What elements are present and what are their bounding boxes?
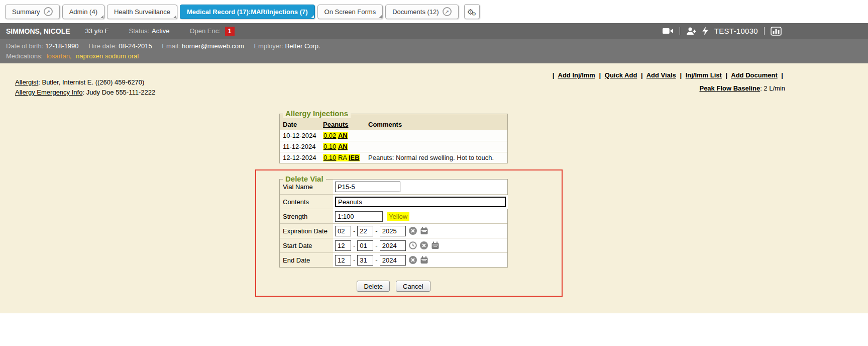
medications-row: Medications: losartan, naproxen sodium o… xyxy=(6,51,862,61)
video-camera-icon[interactable] xyxy=(663,27,674,35)
reaction-code-link[interactable]: AN xyxy=(338,143,348,150)
patient-bar-toolbar: TEST-10030 xyxy=(663,27,862,36)
start-month-input[interactable] xyxy=(335,240,351,251)
clear-date-icon[interactable] xyxy=(409,256,417,264)
patient-info-bar: Date of birth: 12-18-1990 Hire date: 08-… xyxy=(0,39,868,63)
dose-highlight: 0.10 AN xyxy=(323,143,348,150)
allergy-emergency-value: : Judy Doe 555-111-2222 xyxy=(82,89,155,96)
add-person-icon[interactable] xyxy=(686,27,696,36)
tab-menu-fold-icon xyxy=(100,15,103,18)
tab-summary[interactable]: Summary ↗ xyxy=(5,5,60,19)
quick-add-link[interactable]: Quick Add xyxy=(605,71,637,79)
expiration-month-input[interactable] xyxy=(335,226,351,236)
chart-body: Allergist: Butler, Internist E. ((260) 4… xyxy=(0,63,868,313)
delete-vial-panel: Delete Vial Vial Name Contents Strength … xyxy=(279,179,508,268)
open-enc-label: Open Enc: xyxy=(189,27,220,35)
medications-label: Medications: xyxy=(6,52,43,60)
peanuts-column-link[interactable]: Peanuts xyxy=(320,119,365,130)
date-separator: - xyxy=(353,256,355,264)
contents-input[interactable] xyxy=(335,197,506,207)
date-column-header: Date xyxy=(280,119,320,130)
vial-name-input[interactable] xyxy=(335,182,400,192)
status-value: Active xyxy=(152,27,169,35)
date-separator: - xyxy=(375,256,377,264)
injection-row: 10-12-2024 0.02 AN xyxy=(280,130,507,141)
reaction-code-link[interactable]: IEB xyxy=(349,154,360,161)
allergy-emergency-link[interactable]: Allergy Emergency Info xyxy=(15,89,82,96)
peak-flow-value: : 2 L/min xyxy=(760,84,785,92)
injection-date: 12-12-2024 xyxy=(280,152,320,163)
add-document-link[interactable]: Add Document xyxy=(731,71,777,79)
tab-menu-fold-icon xyxy=(311,15,314,18)
tab-menu-fold-icon xyxy=(173,15,176,18)
allergy-injections-panel: Allergy Injections Date Peanuts Comments… xyxy=(279,114,508,163)
add-inj-imm-link[interactable]: Add Inj/Imm xyxy=(558,71,595,79)
medication-losartan[interactable]: losartan, xyxy=(47,52,72,60)
open-in-new-icon[interactable]: ↗ xyxy=(44,7,53,16)
demographics-row: Date of birth: 12-18-1990 Hire date: 08-… xyxy=(6,41,862,51)
start-year-input[interactable] xyxy=(380,240,406,251)
injection-row: 12-12-2024 0.10 RA IEB Peanuts: Normal r… xyxy=(280,152,507,163)
employer-label: Employer: xyxy=(254,42,283,50)
tab-documents[interactable]: Documents (12) ↗ xyxy=(385,5,458,19)
delete-button[interactable]: Delete xyxy=(357,281,390,292)
end-day-input[interactable] xyxy=(357,255,373,266)
tab-on-screen-forms[interactable]: On Screen Forms xyxy=(317,5,383,19)
dose-link[interactable]: 0.10 xyxy=(323,143,336,150)
calendar-icon[interactable] xyxy=(420,227,428,235)
clear-date-icon[interactable] xyxy=(409,227,417,235)
gear-icon: ⚙ xyxy=(472,12,476,17)
clock-now-icon[interactable] xyxy=(409,241,417,249)
tab-documents-label: Documents (12) xyxy=(392,8,439,16)
dose-link[interactable]: 0.02 xyxy=(323,132,336,139)
reaction-code-link[interactable]: AN xyxy=(338,132,348,139)
contents-label: Contents xyxy=(280,195,333,209)
open-encounter-badge[interactable]: 1 xyxy=(225,27,235,36)
email-label: Email: xyxy=(162,42,180,50)
calendar-icon[interactable] xyxy=(420,256,428,264)
tab-admin[interactable]: Admin (4) xyxy=(62,5,104,19)
allergist-link[interactable]: Allergist xyxy=(15,78,38,86)
end-year-input[interactable] xyxy=(380,255,406,266)
expiration-day-input[interactable] xyxy=(357,226,373,236)
add-vials-link[interactable]: Add Vials xyxy=(646,71,676,79)
contents-row: Contents xyxy=(280,194,507,209)
cancel-button[interactable]: Cancel xyxy=(396,281,430,292)
email-value: horner@mieweb.com xyxy=(182,42,244,50)
hire-date-label: Hire date: xyxy=(88,42,117,50)
open-in-new-icon[interactable]: ↗ xyxy=(443,7,452,16)
tab-bar: Summary ↗ Admin (4) Health Surveillance … xyxy=(0,0,868,23)
toolbar-divider xyxy=(680,27,680,35)
expiration-year-input[interactable] xyxy=(380,226,406,236)
dob-label: Date of birth: xyxy=(6,42,43,50)
strength-input[interactable] xyxy=(335,211,383,222)
dose-link[interactable]: 0.10 xyxy=(323,154,336,161)
bar-chart-icon[interactable] xyxy=(771,27,782,36)
settings-gears-button[interactable]: ⚙ ⚙ xyxy=(464,4,480,19)
clear-date-icon[interactable] xyxy=(420,241,428,249)
injection-date: 11-12-2024 xyxy=(280,141,320,152)
start-day-input[interactable] xyxy=(357,240,373,251)
medication-naproxen[interactable]: naproxen sodium oral xyxy=(76,52,139,60)
calendar-icon[interactable] xyxy=(431,241,440,249)
inj-imm-list-link[interactable]: Inj/Imm List xyxy=(686,71,722,79)
peak-flow-baseline-link[interactable]: Peak Flow Baseline xyxy=(699,84,760,92)
start-date-row: Start Date -- xyxy=(280,238,507,252)
allergy-emergency-line: Allergy Emergency Info: Judy Doe 555-111… xyxy=(15,88,155,98)
dose-highlight: 0.10 RA IEB xyxy=(323,154,360,161)
date-separator: - xyxy=(375,242,377,249)
date-separator: - xyxy=(375,227,377,235)
expiration-date-row: Expiration Date -- xyxy=(280,223,507,238)
end-month-input[interactable] xyxy=(335,255,351,266)
tab-health-surveillance[interactable]: Health Surveillance xyxy=(107,5,177,19)
tab-health-surveillance-label: Health Surveillance xyxy=(114,8,170,16)
lightning-bolt-icon[interactable] xyxy=(702,27,708,35)
tab-medical-record[interactable]: Medical Record (17):MAR/Injections (7) xyxy=(180,5,315,19)
delete-vial-buttons: Delete Cancel xyxy=(279,281,508,292)
strength-color-tag: Yellow xyxy=(387,212,409,221)
tab-on-screen-forms-label: On Screen Forms xyxy=(324,8,376,16)
employer-value: Better Corp. xyxy=(285,42,320,50)
start-date-label: Start Date xyxy=(280,238,333,252)
reaction-code: RA xyxy=(338,154,347,161)
allergy-injections-table: Date Peanuts Comments 10-12-2024 0.02 AN… xyxy=(280,119,507,163)
